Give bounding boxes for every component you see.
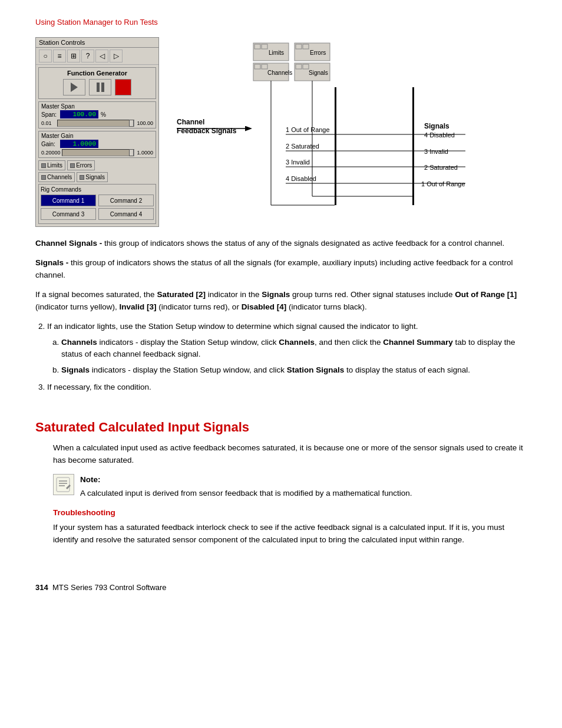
span-label: Span: (41, 111, 58, 118)
note-content: Note: A calculated input is derived from… (80, 474, 412, 500)
svg-text:2 Saturated: 2 Saturated (286, 143, 319, 150)
play-icon (71, 83, 78, 92)
disabled-bold: Disabled [4] (242, 302, 287, 311)
step2a-text: indicators - display the Station Setup w… (97, 338, 279, 347)
channel-signals-para: Channel Signals - this group of indicato… (35, 238, 527, 250)
channels-label: Channels (47, 174, 72, 180)
diagram-svg: Limits Errors Channels Signals (177, 37, 483, 208)
svg-text:4 Disabled: 4 Disabled (424, 131, 455, 139)
para3b: indicator in the (206, 290, 262, 299)
span-min: 0.01 (41, 120, 56, 126)
channel-signals-text: this group of indicators shows the statu… (102, 239, 504, 248)
fg-stop-button[interactable] (115, 79, 131, 95)
signals-label: Signals (85, 174, 105, 180)
svg-text:Channels: Channels (267, 70, 292, 76)
page-num: 314 (35, 583, 48, 592)
svg-text:Signals: Signals (424, 122, 449, 130)
diagram-area: Limits Errors Channels Signals (177, 37, 527, 210)
rig-commands-label: Rig Commands (41, 186, 154, 193)
channel-signals-bold: Channel Signals - (35, 239, 102, 248)
errors-indicator[interactable]: Errors (67, 160, 95, 170)
span-slider[interactable] (57, 120, 134, 127)
cmd-row-1: Command 1 Command 2 (41, 195, 154, 206)
svg-text:Errors: Errors (310, 50, 326, 56)
toolbar-btn-menu[interactable]: ≡ (53, 50, 66, 62)
signals-bold2: Signals (262, 290, 290, 299)
toolbar-btn-run[interactable]: ○ (39, 50, 52, 62)
function-generator-box: Function Generator (38, 67, 156, 99)
fg-title: Function Generator (41, 70, 154, 77)
pause-icon (97, 83, 104, 92)
toolbar-btn-help[interactable]: ? (81, 50, 94, 62)
signals-text: this group of indicators shows the statu… (35, 258, 513, 279)
cmd1-button[interactable]: Command 1 (41, 195, 96, 206)
master-gain-label: Master Gain (41, 133, 153, 139)
gain-value: 1.0000 (60, 140, 98, 148)
sub-item-b: Signals indicators - display the Station… (61, 364, 527, 377)
gain-min: 0.20000 (41, 150, 61, 156)
limits-label: Limits (47, 162, 62, 169)
gain-slider[interactable] (62, 149, 134, 156)
signals-para: Signals - this group of indicators shows… (35, 257, 527, 282)
master-span-label: Master Span (41, 103, 153, 110)
fg-buttons (41, 79, 154, 95)
cmd4-button[interactable]: Command 4 (98, 208, 154, 220)
para3e: (indicator turns red), or (157, 302, 242, 311)
cmd-row-2: Command 3 Command 4 (41, 208, 154, 220)
svg-text:Channel: Channel (177, 118, 204, 126)
svg-text:4 Disabled: 4 Disabled (286, 175, 316, 182)
signals-indicator[interactable]: Signals (77, 172, 108, 182)
panel-title: Station Controls (36, 38, 158, 48)
numbered-list: If an indicator lights, use the Station … (47, 321, 527, 399)
fg-pause-button[interactable] (89, 79, 111, 95)
master-span-group: Master Span Span: 100.00 % 0.01 100.00 (38, 101, 156, 129)
step2a-text2: , and then click the (315, 338, 383, 347)
cmd2-button[interactable]: Command 2 (98, 195, 154, 206)
product-name: MTS Series 793 Control Software (52, 583, 167, 592)
step2-text: If an indicator lights, use the Station … (47, 322, 418, 331)
span-max: 100.00 (135, 120, 153, 126)
errors-label: Errors (76, 162, 92, 169)
toolbar-btn-fwd[interactable]: ▷ (110, 50, 123, 62)
saturated-bold: Saturated [2] (157, 290, 206, 299)
para3-text: If a signal becomes saturated, the (35, 290, 157, 299)
step2b-text: indicators - display the Station Setup w… (90, 365, 287, 374)
span-field-row: Span: 100.00 % (41, 110, 153, 118)
channels-indicator[interactable]: Channels (38, 172, 75, 182)
para3f: (indicator turns black). (286, 302, 367, 311)
para3c: group turns red. Other signal statuses i… (290, 290, 455, 299)
note-icon (53, 474, 74, 495)
cmd3-button[interactable]: Command 3 (41, 208, 96, 220)
gain-slider-row: 0.20000 1.0000 (41, 149, 153, 156)
intro-text: When a calculated input used as active f… (53, 442, 527, 467)
page-footer: 314 MTS Series 793 Control Software (35, 577, 527, 592)
svg-text:3 Invalid: 3 Invalid (424, 148, 448, 155)
note-box: Note: A calculated input is derived from… (53, 474, 527, 500)
panel-inner: Function Generator Master Sp (36, 65, 158, 226)
span-value: 100.00 (60, 110, 98, 118)
step2a-bold3: Channel Summary (383, 338, 453, 347)
limits-indicator[interactable]: Limits (38, 160, 65, 170)
fg-play-button[interactable] (63, 79, 85, 95)
para3: If a signal becomes saturated, the Satur… (35, 289, 527, 314)
step2a-bold2: Channels (279, 338, 315, 347)
toolbar-btn-grid[interactable]: ⊞ (67, 50, 80, 62)
step2a-bold: Channels (61, 338, 97, 347)
svg-text:3 Invalid: 3 Invalid (286, 159, 310, 166)
sub-item-a: Channels indicators - display the Statio… (61, 337, 527, 361)
span-unit: % (101, 111, 106, 118)
span-slider-row: 0.01 100.00 (41, 120, 153, 127)
svg-rect-46 (57, 477, 70, 492)
panel-toolbar: ○ ≡ ⊞ ? ◁ ▷ (36, 48, 158, 65)
signals-bold: Signals - (35, 258, 68, 267)
svg-text:2 Saturated: 2 Saturated (424, 164, 458, 171)
note-text: A calculated input is derived from senso… (80, 489, 412, 498)
section-heading: Saturated Calculated Input Signals (35, 420, 527, 435)
toolbar-btn-back[interactable]: ◁ (95, 50, 108, 62)
svg-text:Limits: Limits (269, 50, 284, 56)
troubleshooting-text: If your system has a saturated feedback … (53, 522, 527, 546)
svg-rect-19 (335, 87, 336, 205)
note-title: Note: (80, 474, 412, 486)
indicators-row-2: Channels Signals (38, 172, 156, 182)
para3d: (indicator turns yellow), (35, 302, 120, 311)
